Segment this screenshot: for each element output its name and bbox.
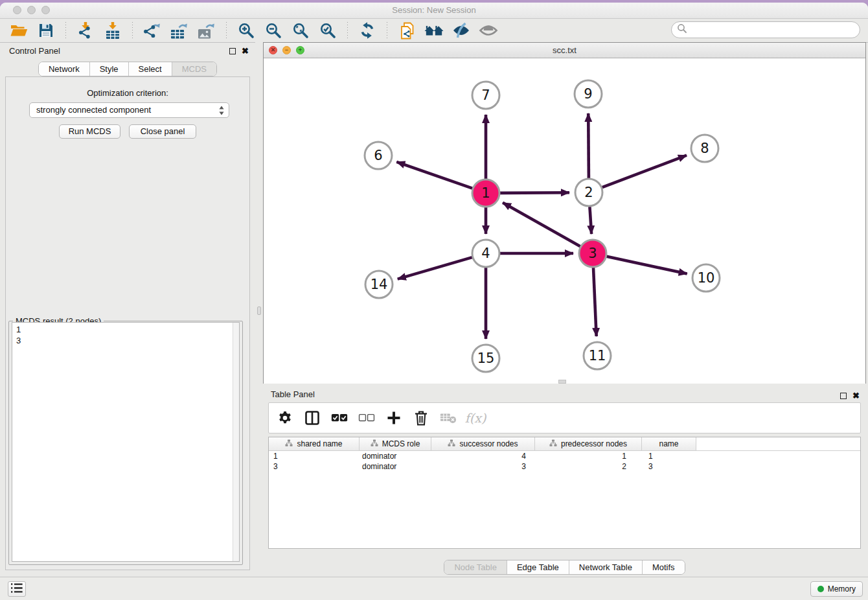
zoom-in-icon[interactable] [236,21,256,40]
graph-edge-2-8[interactable] [602,156,687,188]
graph-node-14[interactable]: 14 [365,271,393,298]
zoom-out-icon[interactable] [264,21,283,40]
column-visibility-icon[interactable] [304,410,321,426]
copy-network-icon[interactable] [397,21,417,40]
float-panel-icon[interactable] [229,48,236,54]
divider-handle[interactable] [257,306,261,315]
graph-node-2[interactable]: 2 [575,179,602,206]
table-row[interactable]: 1dominator411 [269,451,860,461]
settings-gear-icon[interactable] [277,410,293,426]
graph-node-8[interactable]: 8 [691,135,718,162]
column-header-name[interactable]: name [642,437,696,451]
column-header-predecessor-nodes[interactable]: predecessor nodes [535,437,642,451]
zoom-fit-icon[interactable] [291,21,310,40]
tab-network[interactable]: Network [39,62,89,76]
table-cell[interactable]: 3 [642,462,696,471]
tab-select[interactable]: Select [128,62,172,76]
delete-column-icon[interactable] [413,410,429,426]
table-cell[interactable]: 3 [431,462,535,471]
node-table: shared nameMCDS rolesuccessor nodesprede… [268,437,861,549]
tab-style[interactable]: Style [89,62,128,76]
maximize-window-icon[interactable] [41,6,50,14]
graph-node-10[interactable]: 10 [692,264,720,292]
run-mcds-button[interactable]: Run MCDS [59,124,120,139]
column-header-shared-name[interactable]: shared name [269,437,360,451]
table-cell[interactable]: 2 [535,462,642,471]
search-input[interactable] [671,21,860,38]
close-table-panel-icon[interactable]: ✖ [852,391,860,400]
tab-node-table[interactable]: Node Table [444,560,507,574]
graph-edge-4-14[interactable] [398,257,472,279]
close-window-icon[interactable] [13,6,21,14]
graph-node-4[interactable]: 4 [472,240,499,267]
tab-network-table[interactable]: Network Table [569,560,642,574]
table-row[interactable]: 3dominator323 [269,461,860,472]
table-cell[interactable]: 4 [431,452,535,461]
select-all-icon[interactable] [331,410,348,426]
graph-edge-2-9[interactable] [588,113,589,178]
delete-table-icon [440,410,457,426]
canvas-scroll-handle[interactable] [558,380,566,384]
column-header-MCDS-role[interactable]: MCDS role [360,437,431,451]
maximize-network-icon[interactable]: + [296,46,304,54]
table-cell[interactable]: 1 [535,452,642,461]
graph-node-7[interactable]: 7 [472,82,499,109]
tab-motifs[interactable]: Motifs [642,560,685,574]
close-network-icon[interactable]: ✕ [269,46,277,54]
tab-edge-table[interactable]: Edge Table [507,560,569,574]
toolbar-separator [387,22,387,39]
column-header-successor-nodes[interactable]: successor nodes [431,437,535,451]
control-panel-title: Control Panel [9,46,60,56]
graph-edge-2-3[interactable] [589,207,591,234]
minimize-window-icon[interactable] [27,6,36,14]
network-graph[interactable]: 7968124314101511 [264,58,865,384]
show-details-icon[interactable] [479,21,498,40]
svg-text:6: 6 [374,148,382,163]
graph-node-1[interactable]: 1 [472,179,499,207]
deselect-all-icon[interactable] [358,410,375,426]
export-table-icon[interactable] [170,21,189,40]
table-cell[interactable]: 3 [269,462,360,471]
export-image-icon[interactable] [197,21,216,40]
export-network-icon[interactable] [143,21,162,40]
graph-edge-3-11[interactable] [593,268,597,336]
import-table-icon[interactable] [103,21,122,40]
graph-edge-1-2[interactable] [500,192,569,193]
close-panel-button[interactable]: Close panel [129,124,196,139]
mcds-result-box[interactable]: 13 [12,322,240,562]
tree-icon [549,439,557,449]
table-cell[interactable]: dominator [360,462,431,471]
tab-mcds[interactable]: MCDS [172,62,216,76]
home-icon[interactable] [424,21,444,40]
zoom-selected-icon[interactable] [318,21,337,40]
close-panel-icon[interactable]: ✖ [242,47,249,55]
graph-node-6[interactable]: 6 [365,142,392,169]
table-cell[interactable]: 1 [269,452,360,461]
graph-node-11[interactable]: 11 [584,342,611,369]
graph-node-15[interactable]: 15 [472,345,499,372]
graph-edge-3-10[interactable] [607,257,687,274]
import-network-icon[interactable] [76,21,95,40]
network-canvas[interactable]: 7968124314101511 [264,58,865,384]
save-session-icon[interactable] [36,21,56,40]
memory-button[interactable]: Memory [810,581,863,597]
minimize-network-icon[interactable]: − [282,46,291,54]
graph-edge-1-6[interactable] [396,162,472,189]
task-history-button[interactable] [8,581,26,597]
result-scrollbar[interactable] [233,323,239,561]
add-column-icon[interactable] [385,410,402,426]
apply-layout-icon[interactable] [358,21,377,40]
memory-status-icon [817,586,824,592]
graph-edge-3-1[interactable] [503,203,580,247]
svg-text:15: 15 [477,351,495,366]
table-cell[interactable]: 1 [642,452,696,461]
open-file-icon[interactable] [9,21,29,40]
graph-node-9[interactable]: 9 [575,80,602,108]
split-pane-divider[interactable] [255,41,263,577]
criterion-dropdown[interactable]: strongly connected component [29,102,229,118]
tree-icon [285,439,293,449]
graph-node-3[interactable]: 3 [579,240,606,267]
float-table-panel-icon[interactable] [840,393,847,399]
hide-details-icon[interactable] [451,21,471,40]
table-cell[interactable]: dominator [360,452,431,461]
